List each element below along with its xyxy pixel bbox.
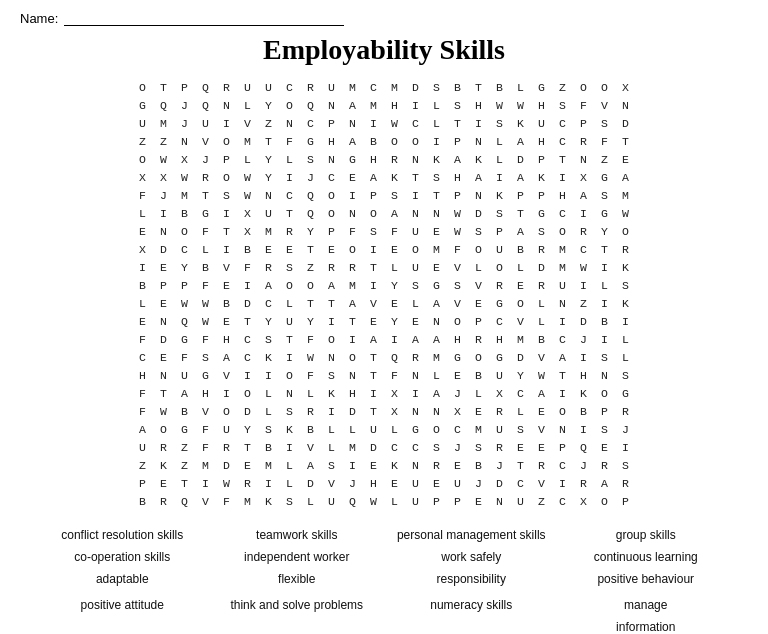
grid-cell: I <box>552 312 573 330</box>
grid-cell: F <box>300 330 321 348</box>
grid-cell: S <box>384 186 405 204</box>
grid-cell: A <box>174 384 195 402</box>
grid-cell: O <box>405 132 426 150</box>
grid-cell: P <box>531 150 552 168</box>
grid-cell: I <box>615 438 636 456</box>
grid-cell: L <box>489 150 510 168</box>
grid-cell: T <box>237 312 258 330</box>
grid-cell: Q <box>573 438 594 456</box>
grid-cell: W <box>300 348 321 366</box>
grid-cell: V <box>195 132 216 150</box>
grid-cell: W <box>237 168 258 186</box>
grid-cell: H <box>531 132 552 150</box>
grid-cell: G <box>447 348 468 366</box>
grid-cell: Q <box>300 186 321 204</box>
grid-cell: N <box>405 402 426 420</box>
grid-cell: O <box>468 240 489 258</box>
grid-cell: I <box>552 474 573 492</box>
grid-cell: F <box>573 96 594 114</box>
grid-cell: S <box>594 114 615 132</box>
grid-cell: O <box>594 492 615 510</box>
grid-cell: H <box>447 168 468 186</box>
grid-cell: O <box>468 348 489 366</box>
grid-cell: E <box>447 456 468 474</box>
grid-cell: A <box>468 168 489 186</box>
word-list: conflict resolution skillsteamwork skill… <box>20 526 748 634</box>
grid-cell: C <box>258 294 279 312</box>
grid-cell: O <box>594 384 615 402</box>
grid-cell: O <box>510 294 531 312</box>
grid-cell: C <box>237 348 258 366</box>
grid-cell: W <box>153 402 174 420</box>
grid-cell: S <box>195 348 216 366</box>
grid-cell: E <box>468 492 489 510</box>
grid-cell: I <box>195 474 216 492</box>
grid-cell: M <box>153 114 174 132</box>
grid-cell: T <box>552 366 573 384</box>
grid-cell: V <box>300 438 321 456</box>
grid-cell: S <box>405 276 426 294</box>
grid-cell: R <box>195 168 216 186</box>
grid-cell: T <box>195 186 216 204</box>
grid-cell: P <box>174 276 195 294</box>
grid-cell: S <box>594 186 615 204</box>
grid-cell: L <box>342 420 363 438</box>
grid-cell: A <box>342 294 363 312</box>
grid-cell: D <box>237 294 258 312</box>
grid-cell: S <box>321 456 342 474</box>
grid-row: LEWWBDCLTTAVELAVEGOLNZIK <box>132 294 636 312</box>
grid-cell: K <box>426 150 447 168</box>
grid-cell: O <box>552 222 573 240</box>
grid-row: ENQWETYUYITEYENOPCVLIDBI <box>132 312 636 330</box>
grid-cell: L <box>279 294 300 312</box>
grid-cell: A <box>531 384 552 402</box>
grid-cell: U <box>405 474 426 492</box>
grid-cell: R <box>531 276 552 294</box>
grid-cell: O <box>132 150 153 168</box>
grid-cell: O <box>321 204 342 222</box>
grid-cell: E <box>615 150 636 168</box>
grid-cell: T <box>153 384 174 402</box>
grid-cell: M <box>615 186 636 204</box>
grid-cell: J <box>342 474 363 492</box>
grid-cell: T <box>300 294 321 312</box>
grid-cell: A <box>258 276 279 294</box>
grid-cell: F <box>174 348 195 366</box>
grid-cell: K <box>489 186 510 204</box>
grid-cell: M <box>552 240 573 258</box>
grid-cell: B <box>195 258 216 276</box>
grid-cell: L <box>279 150 300 168</box>
grid-cell: U <box>405 222 426 240</box>
grid-cell: I <box>405 186 426 204</box>
grid-cell: O <box>279 276 300 294</box>
grid-cell: L <box>195 240 216 258</box>
grid-cell: E <box>363 456 384 474</box>
grid-cell: L <box>426 366 447 384</box>
grid-cell: N <box>426 204 447 222</box>
grid-cell: A <box>573 186 594 204</box>
grid-cell: T <box>552 150 573 168</box>
grid-row: BRQVFMKSLUQWLUPPENUZCXOP <box>132 492 636 510</box>
grid-cell: L <box>426 114 447 132</box>
grid-cell: G <box>300 132 321 150</box>
grid-cell: B <box>468 366 489 384</box>
grid-cell: E <box>531 438 552 456</box>
grid-cell: F <box>447 240 468 258</box>
grid-cell: N <box>321 150 342 168</box>
grid-cell: M <box>384 78 405 96</box>
grid-cell: I <box>321 402 342 420</box>
grid-cell: U <box>258 204 279 222</box>
grid-row: HNUGVIIOFSNTFNLEBUYWTHNS <box>132 366 636 384</box>
name-underline[interactable] <box>64 10 344 26</box>
grid-cell: Z <box>573 294 594 312</box>
grid-cell: V <box>531 420 552 438</box>
grid-cell: K <box>384 168 405 186</box>
grid-cell: G <box>132 96 153 114</box>
grid-cell: T <box>216 222 237 240</box>
grid-cell: L <box>321 438 342 456</box>
word-item: flexible <box>215 570 380 588</box>
grid-cell: C <box>552 456 573 474</box>
grid-cell: U <box>279 312 300 330</box>
grid-cell: T <box>447 114 468 132</box>
grid-cell: Z <box>552 78 573 96</box>
